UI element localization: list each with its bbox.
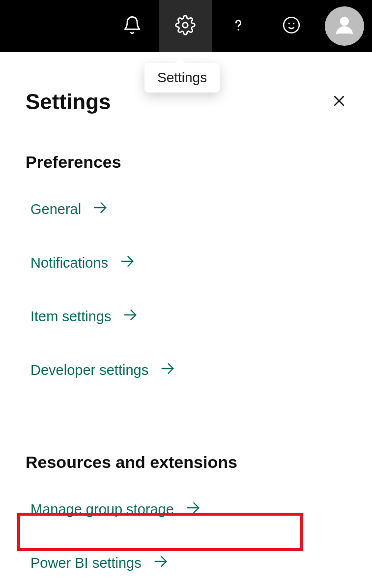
account-avatar[interactable] xyxy=(325,6,364,46)
arrow-right-icon xyxy=(92,199,109,219)
bell-icon xyxy=(122,15,142,37)
resources-heading: Resources and extensions xyxy=(26,453,346,472)
panel-title: Settings xyxy=(26,90,111,114)
question-icon xyxy=(229,16,248,36)
link-label: Notifications xyxy=(30,255,108,271)
arrow-right-icon xyxy=(122,307,139,327)
arrow-right-icon xyxy=(119,253,136,273)
svg-point-5 xyxy=(341,18,348,25)
close-button[interactable] xyxy=(332,93,346,110)
notifications-button[interactable] xyxy=(106,0,159,52)
arrow-right-icon xyxy=(159,360,176,380)
feedback-button[interactable] xyxy=(265,0,318,52)
settings-button[interactable] xyxy=(159,0,212,52)
person-icon xyxy=(333,14,356,38)
link-label: Manage group storage xyxy=(30,501,174,518)
link-label: Power BI settings xyxy=(30,555,142,571)
link-label: General xyxy=(30,201,81,217)
link-power-bi-settings[interactable]: Power BI settings xyxy=(26,550,174,576)
resources-list: Manage group storage Power BI settings M… xyxy=(26,496,346,588)
arrow-right-icon xyxy=(185,499,201,520)
link-label: Developer settings xyxy=(30,362,148,378)
divider xyxy=(26,418,346,418)
svg-point-1 xyxy=(237,29,239,31)
link-manage-group-storage[interactable]: Manage group storage xyxy=(26,496,206,523)
gear-icon xyxy=(175,15,196,37)
tooltip-label: Settings xyxy=(157,70,207,85)
svg-point-2 xyxy=(284,17,299,33)
link-general[interactable]: General xyxy=(26,196,114,222)
preferences-heading: Preferences xyxy=(26,153,346,172)
smiley-icon xyxy=(282,16,301,36)
link-label: Item settings xyxy=(30,309,111,325)
settings-panel: Settings Preferences General Notificatio… xyxy=(0,90,372,588)
svg-point-3 xyxy=(288,23,290,24)
help-button[interactable] xyxy=(212,0,265,52)
link-developer-settings[interactable]: Developer settings xyxy=(26,357,181,383)
arrow-right-icon xyxy=(152,553,169,573)
link-notifications[interactable]: Notifications xyxy=(26,250,141,276)
svg-point-0 xyxy=(183,23,188,28)
preferences-list: General Notifications Item settings Deve… xyxy=(26,196,346,383)
svg-point-4 xyxy=(293,23,294,24)
link-item-settings[interactable]: Item settings xyxy=(26,304,143,330)
top-toolbar xyxy=(0,0,372,52)
settings-tooltip: Settings xyxy=(144,63,220,93)
close-icon xyxy=(332,101,346,110)
